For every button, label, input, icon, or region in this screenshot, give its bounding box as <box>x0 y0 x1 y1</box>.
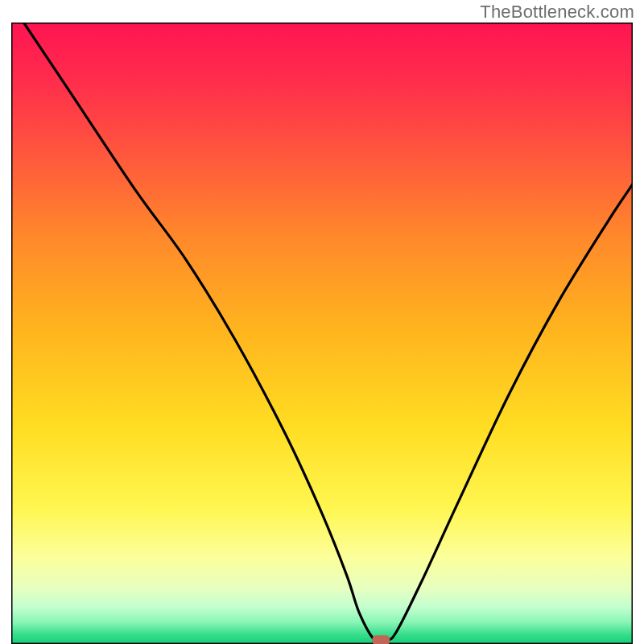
bottleneck-chart <box>11 23 633 644</box>
marker-point <box>372 635 390 644</box>
watermark-text: TheBottleneck.com <box>480 2 634 23</box>
chart-container: TheBottleneck.com <box>0 0 644 644</box>
